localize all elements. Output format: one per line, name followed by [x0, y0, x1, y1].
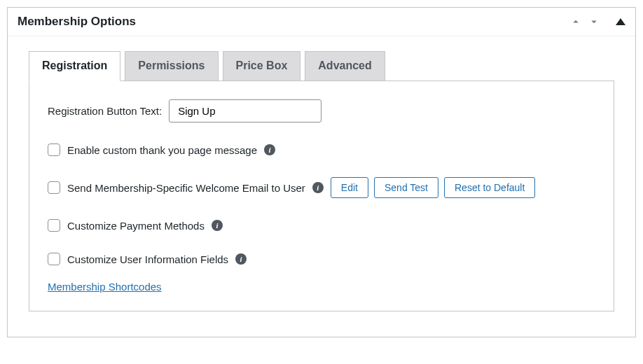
tab-permissions[interactable]: Permissions	[125, 51, 218, 81]
membership-options-panel: Membership Options Registration Permissi…	[7, 7, 636, 337]
reset-to-default-button[interactable]: Reset to Default	[444, 177, 535, 198]
chevron-up-icon[interactable]	[569, 15, 582, 28]
payment-methods-row: Customize Payment Methods i	[48, 219, 595, 232]
thank-you-row: Enable custom thank you page message i	[48, 144, 595, 156]
user-info-row: Customize User Information Fields i	[48, 253, 595, 265]
registration-button-text-input[interactable]	[169, 99, 322, 122]
panel-controls	[569, 15, 625, 28]
send-test-button[interactable]: Send Test	[374, 177, 438, 198]
tab-content-registration: Registration Button Text: Enable custom …	[29, 80, 614, 312]
thank-you-checkbox[interactable]	[48, 144, 60, 156]
tabs: Registration Permissions Price Box Advan…	[29, 50, 614, 80]
welcome-email-label: Send Membership-Specific Welcome Email t…	[67, 182, 305, 194]
panel-title: Membership Options	[18, 15, 136, 29]
info-icon[interactable]: i	[235, 253, 247, 265]
payment-methods-checkbox[interactable]	[48, 219, 60, 232]
panel-body: Registration Permissions Price Box Advan…	[8, 36, 635, 337]
user-info-checkbox[interactable]	[48, 253, 60, 265]
tab-price-box[interactable]: Price Box	[223, 51, 301, 81]
registration-button-text-label: Registration Button Text:	[48, 105, 162, 117]
welcome-email-buttons: Edit Send Test Reset to Default	[331, 177, 536, 198]
payment-methods-label: Customize Payment Methods	[67, 220, 205, 232]
registration-button-text-row: Registration Button Text:	[48, 99, 595, 122]
info-icon[interactable]: i	[212, 220, 223, 231]
info-icon[interactable]: i	[312, 182, 324, 193]
edit-button[interactable]: Edit	[331, 177, 368, 198]
welcome-email-row: Send Membership-Specific Welcome Email t…	[48, 177, 595, 198]
info-icon[interactable]: i	[264, 144, 275, 155]
panel-header: Membership Options	[8, 8, 635, 36]
user-info-label: Customize User Information Fields	[67, 253, 228, 265]
tab-advanced[interactable]: Advanced	[305, 51, 385, 81]
tab-registration[interactable]: Registration	[29, 51, 120, 81]
toggle-triangle-icon[interactable]	[616, 18, 625, 25]
membership-shortcodes-link[interactable]: Membership Shortcodes	[48, 281, 162, 293]
thank-you-label: Enable custom thank you page message	[67, 144, 257, 156]
chevron-down-icon[interactable]	[588, 15, 600, 28]
welcome-email-checkbox[interactable]	[48, 181, 60, 194]
